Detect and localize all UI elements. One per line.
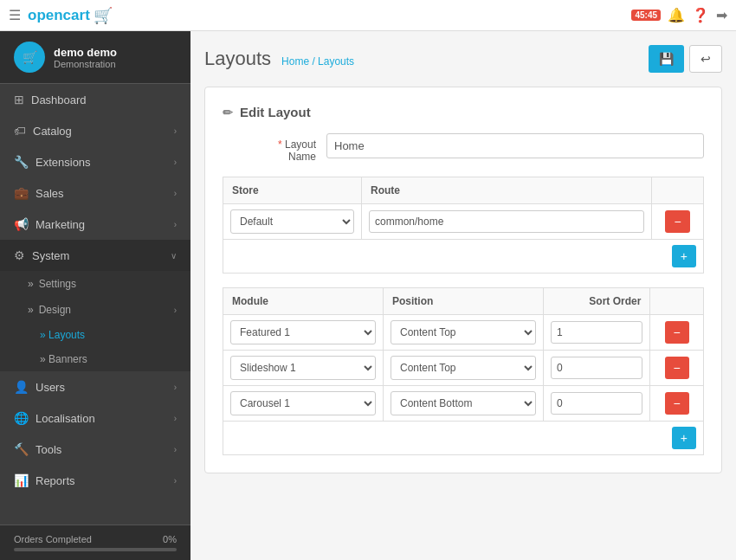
chevron-right-icon: › xyxy=(174,220,177,229)
sales-icon: 💼 xyxy=(14,186,29,200)
sidebar-item-settings[interactable]: » Settings xyxy=(0,271,190,297)
edit-layout-card: ✏ Edit Layout * LayoutName Store Route xyxy=(204,87,722,473)
system-icon: ⚙ xyxy=(14,248,25,262)
sidebar-item-sales[interactable]: 💼 Sales › xyxy=(0,177,190,209)
users-icon: 👤 xyxy=(14,380,29,394)
sidebar-item-label: System xyxy=(32,249,69,262)
store-select[interactable]: Default xyxy=(230,209,354,234)
layouts-label: Layouts xyxy=(48,329,85,341)
progress-bar-background xyxy=(14,548,177,551)
layout-name-group: * LayoutName xyxy=(223,133,704,163)
chevron-right-icon: › xyxy=(174,383,177,392)
module-select-1[interactable]: Featured 1Slideshow 1Carousel 1 xyxy=(230,356,376,380)
chevron-down-icon: ∨ xyxy=(171,251,177,261)
sidebar-item-localisation[interactable]: 🌐 Localisation › xyxy=(0,402,190,434)
sidebar-item-users[interactable]: 👤 Users › xyxy=(0,371,190,402)
breadcrumb: Home / Layouts xyxy=(281,55,354,68)
sidebar-item-system[interactable]: ⚙ System ∨ xyxy=(0,240,190,271)
sortorder-cell-1 xyxy=(544,351,650,386)
sidebar-item-label: Catalog xyxy=(33,125,72,138)
banners-label: Banners xyxy=(48,353,87,365)
bullet-icon: » xyxy=(40,329,46,341)
main-content: Layouts Home / Layouts 💾 ↩ ✏ Edit Layout xyxy=(190,31,736,560)
pencil-icon: ✏ xyxy=(223,106,233,119)
dashboard-icon: ⊞ xyxy=(14,93,24,106)
sidebar-item-marketing[interactable]: 📢 Marketing › xyxy=(0,209,190,240)
delete-store-button[interactable]: − xyxy=(665,210,689,233)
sidebar-item-label: Reports xyxy=(36,474,75,487)
table-row: Featured 1Slideshow 1Carousel 1 Content … xyxy=(223,315,704,351)
sidebar-item-design[interactable]: » Design › xyxy=(0,297,190,323)
position-select-0[interactable]: Content TopContent BottomColumn LeftColu… xyxy=(391,320,536,344)
catalog-icon: 🏷 xyxy=(14,124,26,138)
add-store-cell: + xyxy=(223,240,704,274)
module-section: Module Position Sort Order Featured 1Sli… xyxy=(223,287,704,455)
position-cell-0: Content TopContent BottomColumn LeftColu… xyxy=(384,315,544,351)
delete-module-button-1[interactable]: − xyxy=(665,357,689,379)
menu-icon[interactable]: ☰ xyxy=(9,7,21,23)
logout-icon[interactable]: ➡ xyxy=(716,7,727,23)
topbar: ☰ opencart 🛒 45:45 🔔 ❓ ➡ xyxy=(0,0,736,31)
store-route-table: Store Route Default − xyxy=(223,177,704,274)
save-button[interactable]: 💾 xyxy=(649,45,684,73)
sidebar-item-label: Users xyxy=(36,381,65,394)
sidebar-item-layouts[interactable]: » Layouts xyxy=(0,323,190,347)
module-select-0[interactable]: Featured 1Slideshow 1Carousel 1 xyxy=(230,320,376,344)
topbar-left: ☰ opencart 🛒 xyxy=(9,6,113,25)
settings-label: Settings xyxy=(39,278,76,290)
sortorder-input-0[interactable] xyxy=(551,321,642,344)
localisation-icon: 🌐 xyxy=(14,411,29,425)
route-input[interactable] xyxy=(369,210,644,233)
required-star: * xyxy=(278,138,285,151)
back-button[interactable]: ↩ xyxy=(689,45,722,73)
module-select-2[interactable]: Featured 1Slideshow 1Carousel 1 xyxy=(230,391,376,415)
sortorder-input-2[interactable] xyxy=(551,392,642,415)
sidebar-item-catalog[interactable]: 🏷 Catalog › xyxy=(0,115,190,146)
route-col-header: Route xyxy=(362,177,652,204)
sidebar-nav: ⊞ Dashboard 🏷 Catalog › 🔧 Extensions › xyxy=(0,84,190,525)
sidebar-item-label: Localisation xyxy=(36,412,95,425)
user-info: demo demo Demonstration xyxy=(54,46,117,69)
sidebar-item-label: Extensions xyxy=(36,156,91,169)
chevron-right-icon: › xyxy=(174,476,177,486)
layout-name-input[interactable] xyxy=(326,133,704,158)
sidebar-item-extensions[interactable]: 🔧 Extensions › xyxy=(0,146,190,177)
delete-module-button-2[interactable]: − xyxy=(665,392,689,415)
sidebar-item-reports[interactable]: 📊 Reports › xyxy=(0,465,190,496)
chevron-right-icon: › xyxy=(174,126,177,136)
cart-icon: 🛒 xyxy=(94,6,113,25)
user-name: demo demo xyxy=(54,46,117,59)
help-icon[interactable]: ❓ xyxy=(692,7,709,23)
position-select-1[interactable]: Content TopContent BottomColumn LeftColu… xyxy=(391,356,536,380)
position-select-2[interactable]: Content TopContent BottomColumn LeftColu… xyxy=(391,391,536,415)
add-store-row: + xyxy=(223,240,704,274)
sidebar-item-dashboard[interactable]: ⊞ Dashboard xyxy=(0,84,190,115)
sidebar-footer: Orders Completed 0% xyxy=(0,525,190,560)
chevron-right-icon: › xyxy=(174,445,177,454)
breadcrumb-home[interactable]: Home xyxy=(281,55,309,68)
bullet-icon: » xyxy=(28,278,34,290)
page-title-area: Layouts Home / Layouts xyxy=(204,48,354,70)
delete-store-cell: − xyxy=(652,204,704,240)
delete-module-cell-2: − xyxy=(650,386,704,422)
delete-module-button-0[interactable]: − xyxy=(665,321,689,344)
module-cell-2: Featured 1Slideshow 1Carousel 1 xyxy=(223,386,384,422)
module-col-header: Module xyxy=(223,288,384,315)
add-module-button[interactable]: + xyxy=(672,427,696,449)
sidebar-item-label: Tools xyxy=(36,443,61,456)
topbar-right: 45:45 🔔 ❓ ➡ xyxy=(631,7,727,23)
sortorder-input-1[interactable] xyxy=(551,357,642,379)
module-cell-1: Featured 1Slideshow 1Carousel 1 xyxy=(223,351,384,386)
user-role: Demonstration xyxy=(54,59,117,69)
system-submenu: » Settings » Design › » Layouts » Banner… xyxy=(0,271,190,371)
sidebar-item-tools[interactable]: 🔨 Tools › xyxy=(0,434,190,465)
app-wrapper: 🛒 demo demo Demonstration ⊞ Dashboard 🏷 … xyxy=(0,31,736,560)
layout-name-label: * LayoutName xyxy=(223,133,326,163)
sidebar: 🛒 demo demo Demonstration ⊞ Dashboard 🏷 … xyxy=(0,31,190,560)
add-store-button[interactable]: + xyxy=(672,245,696,267)
progress-label: Orders Completed 0% xyxy=(14,534,177,544)
sidebar-item-banners[interactable]: » Banners xyxy=(0,347,190,371)
bell-icon[interactable]: 🔔 xyxy=(668,7,685,23)
avatar: 🛒 xyxy=(14,42,45,73)
marketing-icon: 📢 xyxy=(14,217,29,231)
